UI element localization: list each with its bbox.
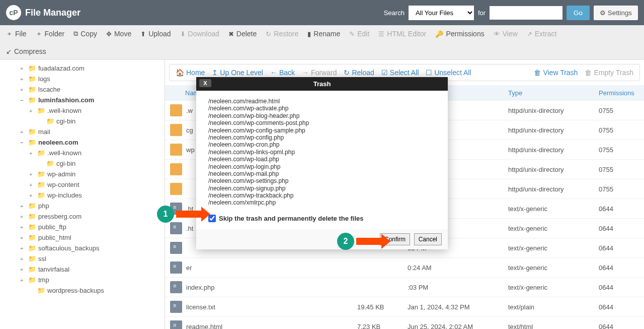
tree-item[interactable]: +📁tmp [5, 275, 159, 285]
check-icon: ☑ [381, 69, 388, 77]
tree-item[interactable]: +📁mail [5, 126, 159, 137]
modal-file-item: /neoleen.com/wp-blog-header.php [208, 112, 436, 119]
folder-button[interactable]: ＋Folder [36, 29, 65, 38]
tree-item[interactable]: +📁ssl [5, 253, 159, 264]
file-row[interactable]: index.php:03 PMtext/x-generic0644 [165, 278, 644, 297]
gear-icon: ⚙ [600, 9, 606, 17]
expand-icon[interactable]: + [20, 129, 26, 135]
view-trash-button[interactable]: 🗑View Trash [534, 69, 578, 77]
rename-button[interactable]: ▮Rename [307, 30, 340, 38]
compress-button[interactable]: ↙Compress [6, 47, 638, 55]
file-perm: 0644 [599, 303, 639, 311]
delete-button[interactable]: ✖Delete [228, 30, 257, 38]
forward-button[interactable]: →Forward [302, 69, 337, 77]
file-icon [170, 301, 182, 313]
folder-icon: 📁 [28, 96, 36, 104]
file-row[interactable]: license.txt19.45 KBJan 1, 2024, 4:32 PMt… [165, 297, 644, 317]
tree-item[interactable]: +📁wp-content [5, 179, 159, 190]
download-button[interactable]: ⬇Download [180, 30, 219, 38]
reload-button[interactable]: ↻Reload [344, 69, 374, 77]
expand-icon[interactable]: + [20, 87, 26, 93]
cpanel-logo-icon [6, 5, 21, 20]
folder-icon: 📁 [37, 181, 45, 188]
file-perm: 0644 [599, 323, 639, 330]
view-button[interactable]: 👁View [494, 30, 518, 38]
tree-item[interactable]: +📁php [5, 201, 159, 211]
cancel-button[interactable]: Cancel [414, 233, 442, 245]
tree-item[interactable]: +📁softaculous_backups [5, 243, 159, 253]
tree-item[interactable]: +📁public_ftp [5, 222, 159, 232]
search-scope-select[interactable]: All Your Files [409, 6, 474, 20]
modal-file-item: /neoleen.com/wp-links-opml.php [208, 149, 436, 156]
expand-icon[interactable]: + [29, 171, 35, 177]
expand-icon[interactable]: + [29, 182, 35, 188]
upload-button[interactable]: ⬆Upload [140, 30, 171, 38]
html-editor-button[interactable]: ☰HTML Editor [378, 30, 426, 38]
expand-icon[interactable]: + [20, 214, 26, 220]
tree-item[interactable]: +📁wp-includes [5, 190, 159, 201]
extract-button[interactable]: ↗Extract [527, 30, 557, 38]
tree-item[interactable]: +📁tanvirfaisal [5, 264, 159, 275]
copy-icon: ⧉ [73, 30, 78, 38]
tree-item[interactable]: +📁fuadalazad.com [5, 63, 159, 74]
copy-button[interactable]: ⧉Copy [73, 30, 97, 38]
file-button[interactable]: ＋File [6, 29, 27, 38]
empty-trash-button[interactable]: 🗑Empty Trash [585, 69, 633, 77]
select-all-button[interactable]: ☑Select All [381, 69, 419, 77]
expand-icon[interactable]: + [20, 224, 26, 230]
tree-item[interactable]: +📁pressberg.com [5, 211, 159, 222]
tree-label: mail [38, 128, 50, 136]
skip-trash-checkbox-label[interactable]: Skip the trash and permanently delete th… [208, 215, 436, 223]
expand-icon[interactable]: − [20, 97, 26, 103]
tree-label: public_ftp [38, 223, 66, 231]
rename-icon: ▮ [307, 30, 311, 38]
tree-item[interactable]: −📁luminfashion.com [5, 95, 159, 105]
search-input[interactable] [490, 6, 562, 20]
file-type: text/x-generic [508, 205, 599, 213]
permissions-button[interactable]: 🔑Permissions [435, 30, 484, 38]
settings-button[interactable]: ⚙Settings [594, 6, 638, 20]
edit-button[interactable]: ✎Edit [349, 30, 369, 38]
close-icon[interactable]: X [199, 79, 211, 87]
tree-item[interactable]: 📁wordpress-backups [5, 285, 159, 296]
expand-icon[interactable]: + [29, 192, 35, 199]
back-button[interactable]: ←Back [270, 69, 295, 77]
expand-icon[interactable]: + [20, 256, 26, 262]
expand-icon[interactable]: + [29, 150, 35, 156]
go-button[interactable]: Go [567, 6, 590, 20]
tree-item[interactable]: +📁wp-admin [5, 169, 159, 179]
home-button[interactable]: 🏠Home [176, 69, 205, 77]
tree-item[interactable]: +📁lscache [5, 84, 159, 95]
col-type[interactable]: Type [508, 89, 599, 97]
up-level-button[interactable]: ↥Up One Level [212, 69, 263, 77]
expand-icon[interactable]: + [20, 235, 26, 241]
expand-icon[interactable]: + [20, 277, 26, 283]
file-row[interactable]: er0:24 AMtext/x-generic0644 [165, 258, 644, 278]
tree-label: wp-content [47, 181, 79, 188]
modal-body: /neoleen.com/readme.html/neoleen.com/wp-… [196, 91, 448, 229]
expand-icon[interactable]: + [20, 267, 26, 273]
restore-button[interactable]: ↻Restore [266, 30, 298, 38]
unselect-all-button[interactable]: ☐Unselect All [426, 69, 471, 77]
expand-icon[interactable]: − [20, 140, 26, 146]
tree-item[interactable]: +📁.well-known [5, 148, 159, 158]
expand-icon[interactable]: + [20, 76, 26, 82]
expand-icon[interactable]: + [20, 203, 26, 209]
tree-item[interactable]: 📁cgi-bin [5, 158, 159, 169]
tree-item[interactable]: 📁cgi-bin [5, 116, 159, 126]
file-icon [170, 281, 182, 293]
tree-label: tanvirfaisal [38, 266, 69, 273]
html-icon: ☰ [378, 30, 384, 38]
file-row[interactable]: readme.html7.23 KBJun 25, 2024, 2:02 AMt… [165, 317, 644, 329]
tree-item[interactable]: +📁.well-known [5, 105, 159, 116]
expand-icon[interactable]: + [20, 245, 26, 251]
tree-item[interactable]: −📁neoleen.com [5, 137, 159, 148]
col-perm[interactable]: Permissions [599, 89, 639, 97]
expand-icon[interactable]: + [29, 108, 35, 114]
restore-icon: ↻ [266, 30, 271, 38]
expand-icon[interactable]: + [20, 65, 26, 72]
move-button[interactable]: ✥Move [106, 30, 131, 38]
tree-item[interactable]: +📁logs [5, 74, 159, 84]
tree-item[interactable]: +📁public_html [5, 232, 159, 243]
tree-label: php [38, 202, 49, 210]
